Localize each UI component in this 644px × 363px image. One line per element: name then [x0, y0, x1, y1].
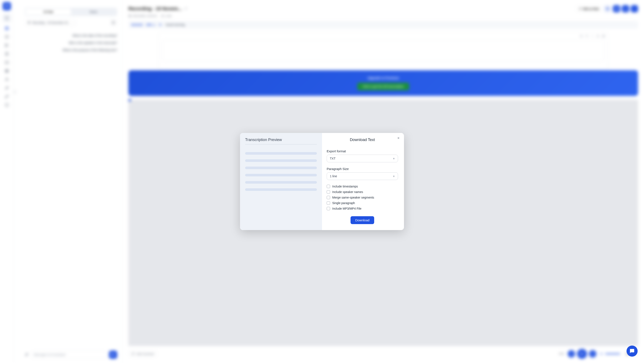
download-options-pane: Download Text Export format TXT ▲▼ Parag… — [322, 133, 404, 230]
select-caret-icon: ▲▼ — [393, 158, 395, 160]
close-icon — [397, 136, 400, 140]
checkbox-icon — [327, 207, 330, 210]
preview-skeleton-line — [245, 166, 317, 169]
checkbox-include-timestamps[interactable]: Include timestamps — [327, 185, 398, 188]
checkbox-icon — [327, 201, 330, 205]
preview-skeleton-line — [245, 188, 317, 191]
select-caret-icon: ▲▼ — [393, 175, 395, 177]
download-confirm-button[interactable]: Download — [350, 216, 374, 224]
transcription-preview-pane: Transcription Preview — [240, 133, 322, 230]
paragraph-size-label: Paragraph Size — [327, 167, 398, 171]
checkbox-label: Include timestamps — [332, 185, 358, 188]
checkbox-label: Include speaker names — [332, 190, 363, 194]
preview-skeleton-line — [245, 181, 317, 184]
export-format-select[interactable]: TXT ▲▼ — [327, 155, 398, 162]
download-modal-overlay: Transcription Preview Download Text Expo… — [0, 0, 644, 363]
checkbox-label: Single paragraph — [332, 201, 355, 205]
checkbox-include-media[interactable]: Include MP3/MP4 File — [327, 207, 398, 210]
checkbox-merge-same-speaker[interactable]: Merge same-speaker segments — [327, 196, 398, 199]
checkbox-single-paragraph[interactable]: Single paragraph — [327, 201, 398, 205]
checkbox-label: Include MP3/MP4 File — [332, 207, 362, 210]
download-modal: Transcription Preview Download Text Expo… — [240, 133, 404, 230]
checkbox-include-speaker-names[interactable]: Include speaker names — [327, 190, 398, 194]
export-options-list: Include timestamps Include speaker names… — [327, 185, 398, 210]
export-format-value: TXT — [330, 157, 336, 160]
modal-title: Download Text — [327, 138, 398, 142]
checkbox-icon — [327, 196, 330, 199]
preview-skeleton-line — [245, 152, 317, 155]
checkbox-icon — [327, 185, 330, 188]
checkbox-icon — [327, 190, 330, 194]
close-modal-button[interactable] — [396, 136, 400, 140]
preview-skeleton-line — [245, 174, 317, 176]
paragraph-size-select[interactable]: 1 line ▲▼ — [327, 172, 398, 180]
export-format-label: Export format — [327, 149, 398, 153]
paragraph-size-value: 1 line — [330, 174, 337, 178]
preview-title: Transcription Preview — [245, 138, 317, 144]
checkbox-label: Merge same-speaker segments — [332, 196, 374, 199]
preview-skeleton-line — [245, 159, 317, 162]
